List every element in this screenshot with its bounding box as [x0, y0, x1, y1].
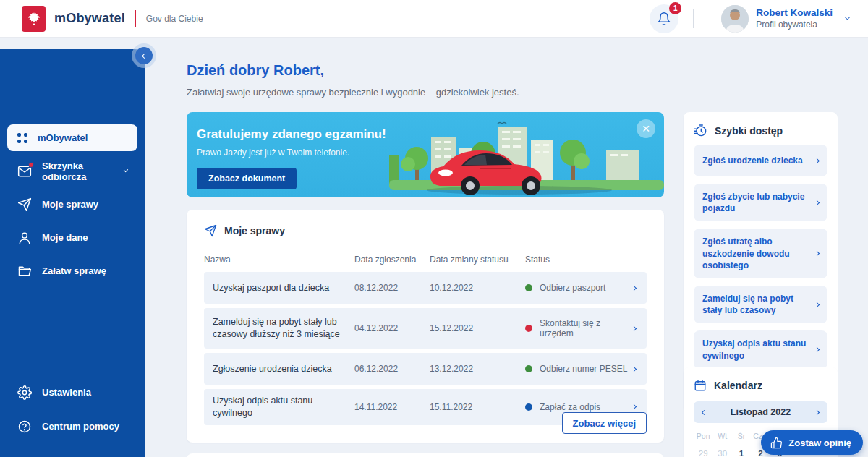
chevron-right-icon: [814, 158, 820, 163]
case-date-changed: 10.12.2022: [430, 283, 525, 293]
calendar-month-nav: Listopad 2022: [694, 401, 827, 423]
status-dot: [525, 284, 532, 291]
chevron-right-icon: [631, 285, 637, 290]
case-date-changed: 15.12.2022: [430, 323, 525, 333]
logo-text: mObywatel: [54, 11, 125, 26]
case-date-changed: 13.12.2022: [430, 364, 525, 374]
sidebar-collapse-button[interactable]: [135, 47, 153, 64]
polish-eagle-icon: [22, 6, 46, 32]
column-header: Nazwa: [204, 255, 354, 265]
sidebar: mObywatel Skrzynka odbiorcza Moje sprawy…: [0, 49, 145, 457]
table-header: Nazwa Data zgłoszenia Data zmiany status…: [204, 250, 647, 272]
gov-tagline: Gov dla Ciebie: [146, 14, 203, 24]
paper-plane-icon: [204, 224, 217, 237]
case-date-changed: 15.11.2022: [430, 402, 525, 412]
card-title: Szybki dostęp: [715, 125, 783, 137]
chevron-right-icon: [814, 251, 820, 256]
sidebar-item-label: Ustawienia: [42, 387, 91, 398]
user-name: Robert Kowalski: [756, 7, 833, 18]
paper-plane-icon: [17, 197, 32, 212]
person-icon: [17, 231, 32, 245]
column-header: Data zgłoszenia: [354, 255, 430, 265]
chevron-right-icon: [814, 302, 820, 307]
status-dot: [525, 365, 532, 372]
quick-access-label: Zamelduj się na pobyt stały lub czasowy: [702, 293, 809, 316]
status-dot: [525, 325, 532, 332]
quick-access-label: Zgłoś zbycie lub nabycie pojazdu: [702, 191, 809, 214]
case-date-submitted: 14.11.2022: [354, 402, 430, 412]
status-label: Odbierz numer PESEL: [540, 364, 627, 374]
card-title: Moje sprawy: [224, 225, 285, 236]
prev-month-button[interactable]: [702, 409, 707, 414]
column-header: Data zmiany statusu: [430, 255, 525, 265]
sidebar-item-settings[interactable]: Ustawienia: [7, 379, 137, 406]
sidebar-item-my-data[interactable]: Moje dane: [7, 224, 137, 251]
see-more-button[interactable]: Zobacz więcej: [562, 412, 647, 434]
my-cases-card: Moje sprawy Nazwa Data zgłoszenia Data z…: [187, 210, 664, 443]
thumbs-up-icon: [770, 437, 783, 449]
quick-access-item[interactable]: Zamelduj się na pobyt stały lub czasowy: [694, 286, 827, 323]
status-label: Zapłać za odpis: [540, 402, 600, 412]
chevron-down-icon: [124, 168, 128, 172]
sidebar-item-label: mObywatel: [38, 132, 88, 143]
chevron-right-icon: [631, 404, 637, 409]
calendar-day[interactable]: 1: [732, 449, 751, 457]
sidebar-item-inbox[interactable]: Skrzynka odbiorcza: [7, 158, 137, 184]
table-row[interactable]: Zgłoszenie urodzenia dziecka 06.12.2022 …: [204, 353, 647, 385]
page-title: Dzień dobry Robert,: [187, 62, 324, 79]
sidebar-item-handle-case[interactable]: Załatw sprawę: [7, 257, 137, 284]
sidebar-item-mobywatel[interactable]: mObywatel: [7, 124, 137, 151]
status-label: Skontaktuj się z urzędem: [540, 318, 632, 338]
month-label: Listopad 2022: [731, 407, 791, 417]
case-name: Uzyskaj paszport dla dziecka: [213, 276, 354, 300]
bell-icon: [657, 12, 671, 26]
leave-feedback-button[interactable]: Zostaw opinię: [761, 430, 863, 455]
quick-access-item[interactable]: Zgłoś urodzenie dziecka: [694, 145, 827, 176]
feedback-label: Zostaw opinię: [788, 437, 851, 448]
banner-title: Gratulujemy zdanego egzaminu!: [197, 127, 386, 142]
app-header: mObywatel Gov dla Ciebie 1 Robert Kowals…: [0, 0, 868, 38]
banner-subtitle: Prawo Jazdy jest już w Twoim telefonie.: [197, 148, 349, 158]
calendar-day[interactable]: 29: [694, 449, 712, 457]
case-name: Zgłoszenie urodzenia dziecka: [213, 357, 354, 381]
profile-menu[interactable]: Robert Kowalski Profil obywatela: [721, 5, 849, 33]
view-document-button[interactable]: Zobacz dokument: [197, 168, 297, 189]
chevron-down-icon: [845, 15, 850, 20]
quick-access-item[interactable]: Uzyskaj odpis aktu stanu cywilnego: [694, 330, 827, 368]
quick-access-item[interactable]: Zgłoś zbycie lub nabycie pojazdu: [694, 184, 827, 221]
status-dot: [525, 403, 532, 411]
close-icon[interactable]: ✕: [637, 119, 655, 138]
sidebar-item-label: Załatw sprawę: [42, 265, 106, 276]
column-header: Status: [525, 255, 632, 265]
chevron-left-icon: [141, 53, 146, 58]
sidebar-item-help-center[interactable]: Centrum pomocy: [7, 413, 137, 440]
help-icon: [17, 419, 32, 434]
chevron-right-icon: [814, 200, 820, 205]
user-role: Profil obywatela: [756, 20, 833, 30]
notifications-button[interactable]: 1: [650, 4, 678, 33]
case-date-submitted: 06.12.2022: [354, 364, 430, 374]
case-date-submitted: 08.12.2022: [354, 283, 430, 293]
header-divider: [135, 10, 136, 27]
unread-dot: [28, 162, 34, 168]
mail-icon: [17, 164, 32, 179]
case-name: Zamelduj się na pobyt stały lub czasowy …: [213, 310, 354, 346]
quick-access-label: Zgłoś urodzenie dziecka: [702, 155, 809, 166]
calendar-day[interactable]: 30: [712, 449, 731, 457]
avatar: [721, 5, 749, 33]
card-title: Kalendarz: [714, 380, 762, 391]
quick-access-label: Uzyskaj odpis aktu stanu cywilnego: [702, 338, 809, 361]
sidebar-item-my-cases[interactable]: Moje sprawy: [7, 191, 137, 218]
case-name: Uzyskaj odpis aktu stanu cywilnego: [213, 389, 354, 425]
sidebar-item-label: Centrum pomocy: [42, 421, 119, 432]
notification-badge: 1: [669, 2, 681, 14]
case-date-submitted: 04.12.2022: [354, 323, 430, 333]
sidebar-item-label: Skrzynka odbiorcza: [42, 161, 104, 182]
folder-icon: [17, 264, 32, 278]
next-card-edge: [187, 453, 664, 457]
quick-access-item[interactable]: Zgłoś utratę albo uszkodzenie dowodu oso…: [694, 228, 827, 278]
app-logo[interactable]: mObywatel: [0, 6, 125, 32]
table-row[interactable]: Uzyskaj paszport dla dziecka 08.12.2022 …: [204, 272, 647, 304]
table-row[interactable]: Zamelduj się na pobyt stały lub czasowy …: [204, 308, 647, 349]
next-month-button[interactable]: [814, 409, 820, 414]
